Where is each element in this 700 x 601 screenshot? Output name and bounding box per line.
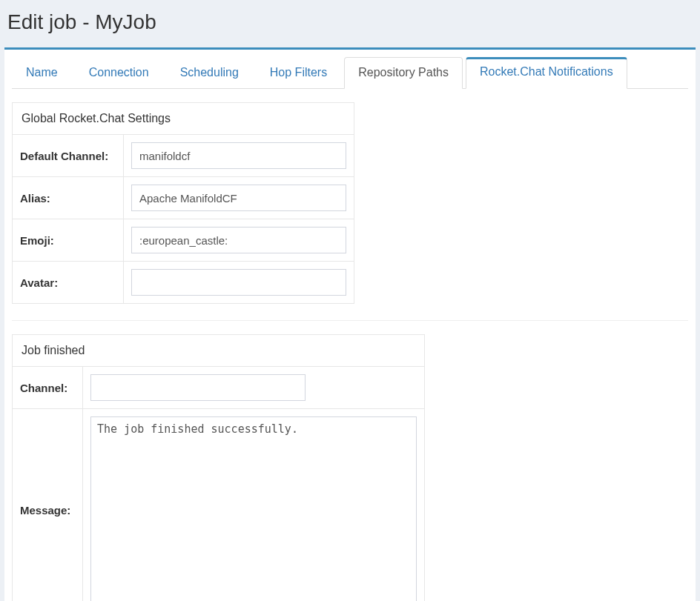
message-label: Message: bbox=[13, 409, 83, 602]
channel-cell bbox=[83, 367, 425, 409]
emoji-input[interactable] bbox=[131, 227, 346, 253]
avatar-cell bbox=[124, 262, 354, 304]
avatar-input[interactable] bbox=[131, 269, 346, 296]
alias-input[interactable] bbox=[131, 185, 346, 211]
channel-input[interactable] bbox=[90, 374, 306, 401]
avatar-label: Avatar: bbox=[13, 262, 124, 304]
job-finished-table: Job finished Channel: Message: bbox=[12, 334, 425, 601]
default-channel-input[interactable] bbox=[131, 142, 346, 169]
message-textarea[interactable] bbox=[90, 416, 417, 601]
content-box: Name Connection Scheduling Hop Filters R… bbox=[4, 47, 696, 601]
alias-label: Alias: bbox=[13, 177, 124, 219]
channel-label: Channel: bbox=[13, 367, 83, 409]
default-channel-cell bbox=[124, 135, 354, 177]
emoji-label: Emoji: bbox=[13, 219, 124, 262]
alias-cell bbox=[124, 177, 354, 219]
job-finished-header: Job finished bbox=[13, 335, 425, 367]
message-cell bbox=[83, 409, 425, 602]
global-settings-table: Global Rocket.Chat Settings Default Chan… bbox=[12, 102, 354, 304]
tab-rocketchat-notifications[interactable]: Rocket.Chat Notifications bbox=[466, 57, 627, 89]
default-channel-label: Default Channel: bbox=[13, 135, 124, 177]
tab-scheduling[interactable]: Scheduling bbox=[166, 57, 253, 89]
global-settings-header: Global Rocket.Chat Settings bbox=[13, 103, 354, 135]
page-title: Edit job - MyJob bbox=[0, 0, 700, 47]
tab-hop-filters[interactable]: Hop Filters bbox=[256, 57, 341, 89]
tab-connection[interactable]: Connection bbox=[75, 57, 163, 89]
emoji-cell bbox=[124, 219, 354, 262]
divider bbox=[12, 320, 688, 321]
tab-repository-paths[interactable]: Repository Paths bbox=[344, 57, 463, 89]
tab-bar: Name Connection Scheduling Hop Filters R… bbox=[12, 57, 688, 89]
tab-name[interactable]: Name bbox=[12, 57, 72, 89]
